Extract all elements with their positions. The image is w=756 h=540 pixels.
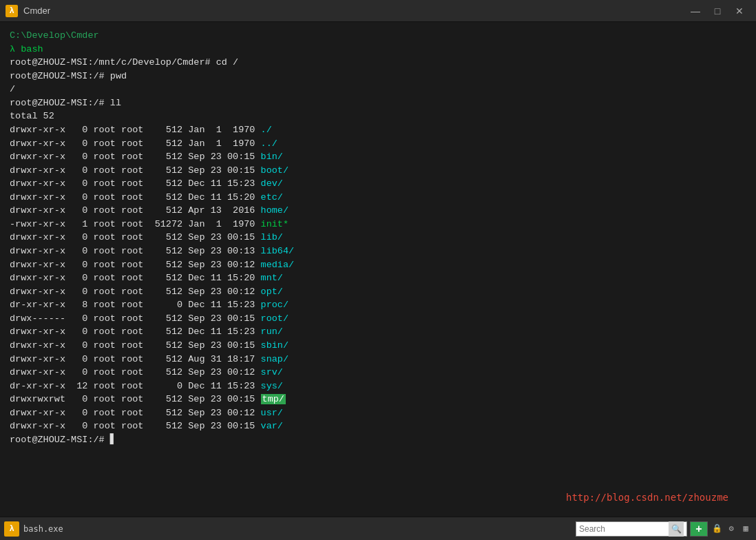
status-bar: λ bash.exe 🔍 + 🔒 ⚙ ▦ <box>0 517 756 540</box>
terminal-line: drwxr-xr-x 0 root root 512 Dec 11 15:20 … <box>10 191 746 205</box>
minimize-button[interactable]: — <box>684 0 706 22</box>
close-button[interactable]: ✕ <box>728 0 750 22</box>
cmder-icon: λ <box>6 5 18 17</box>
system-icons: 🔒 ⚙ ▦ <box>711 523 752 535</box>
terminal-line: drwxr-xr-x 0 root root 512 Aug 31 18:17 … <box>10 353 746 366</box>
terminal-line: drwxr-xr-x 0 root root 512 Sep 23 00:12 … <box>10 258 746 272</box>
window-controls: — □ ✕ <box>684 0 750 22</box>
terminal-line: drwxr-xr-x 0 root root 512 Sep 23 00:15 … <box>10 164 746 178</box>
terminal-line: drwxr-xr-x 0 root root 512 Sep 23 00:12 … <box>10 285 746 299</box>
terminal-line: root@ZHOUZ-MSI:/# ll <box>10 96 746 110</box>
watermark: http://blog.csdn.net/zhouzme <box>566 492 728 503</box>
terminal-line: drwxr-xr-x 0 root root 512 Jan 1 1970 ./ <box>10 123 746 137</box>
search-button[interactable]: 🔍 <box>669 521 684 537</box>
maximize-button[interactable]: □ <box>706 0 728 22</box>
terminal-line: drwxr-xr-x 0 root root 512 Dec 11 15:23 … <box>10 325 746 339</box>
terminal-line: / <box>10 83 746 96</box>
grid-icon: ▦ <box>739 523 752 535</box>
terminal-line: drwxr-xr-x 0 root root 512 Dec 11 15:23 … <box>10 177 746 191</box>
status-left: λ bash.exe <box>4 521 63 537</box>
terminal-line: drwxr-xr-x 0 root root 512 Apr 13 2016 h… <box>10 204 746 218</box>
terminal-line: drwxr-xr-x 0 root root 512 Dec 11 15:20 … <box>10 271 746 285</box>
terminal-line: drwx------ 0 root root 512 Sep 23 00:15 … <box>10 312 746 326</box>
terminal-line: drwxr-xr-x 0 root root 512 Sep 23 00:15 … <box>10 419 746 433</box>
terminal-line: λ bash <box>10 43 746 56</box>
terminal-line: C:\Develop\Cmder <box>10 29 746 43</box>
lock-icon: 🔒 <box>711 523 723 535</box>
settings-icon: ⚙ <box>725 523 737 535</box>
add-tab-button[interactable]: + <box>690 521 708 537</box>
terminal-line: drwxr-xr-x 0 root root 512 Sep 23 00:13 … <box>10 245 746 258</box>
terminal-line: drwxr-xr-x 0 root root 512 Sep 23 00:12 … <box>10 406 746 420</box>
terminal-line: dr-xr-xr-x 8 root root 0 Dec 11 15:23 pr… <box>10 298 746 312</box>
terminal-line: drwxr-xr-x 0 root root 512 Sep 23 00:12 … <box>10 366 746 380</box>
terminal-line: root@ZHOUZ-MSI:/# ▋ <box>10 433 746 447</box>
search-input[interactable] <box>579 524 669 534</box>
status-right: 🔍 + 🔒 ⚙ ▦ <box>576 521 752 537</box>
title-bar-left: λ Cmder <box>6 5 50 17</box>
search-box[interactable]: 🔍 <box>576 521 687 537</box>
process-label: bash.exe <box>23 524 63 534</box>
terminal-line: drwxr-xr-x 0 root root 512 Sep 23 00:15 … <box>10 150 746 164</box>
terminal-line: drwxr-xr-x 0 root root 512 Sep 23 00:15 … <box>10 339 746 353</box>
bash-icon: λ <box>4 521 19 537</box>
terminal-line: dr-xr-xr-x 12 root root 0 Dec 11 15:23 s… <box>10 380 746 393</box>
window-title: Cmder <box>23 6 50 16</box>
terminal-line: root@ZHOUZ-MSI:/# pwd <box>10 70 746 83</box>
terminal-line: drwxr-xr-x 0 root root 512 Jan 1 1970 ..… <box>10 137 746 151</box>
terminal-line: drwxr-xr-x 0 root root 512 Sep 23 00:15 … <box>10 231 746 245</box>
title-bar: λ Cmder — □ ✕ <box>0 0 756 22</box>
terminal-line: -rwxr-xr-x 1 root root 51272 Jan 1 1970 … <box>10 218 746 231</box>
terminal-line: total 52 <box>10 110 746 123</box>
terminal-line: root@ZHOUZ-MSI:/mnt/c/Develop/Cmder# cd … <box>10 56 746 70</box>
terminal-area[interactable]: C:\Develop\Cmderλ bashroot@ZHOUZ-MSI:/mn… <box>0 22 756 517</box>
terminal-line: drwxrwxrwt 0 root root 512 Sep 23 00:15 … <box>10 393 746 406</box>
